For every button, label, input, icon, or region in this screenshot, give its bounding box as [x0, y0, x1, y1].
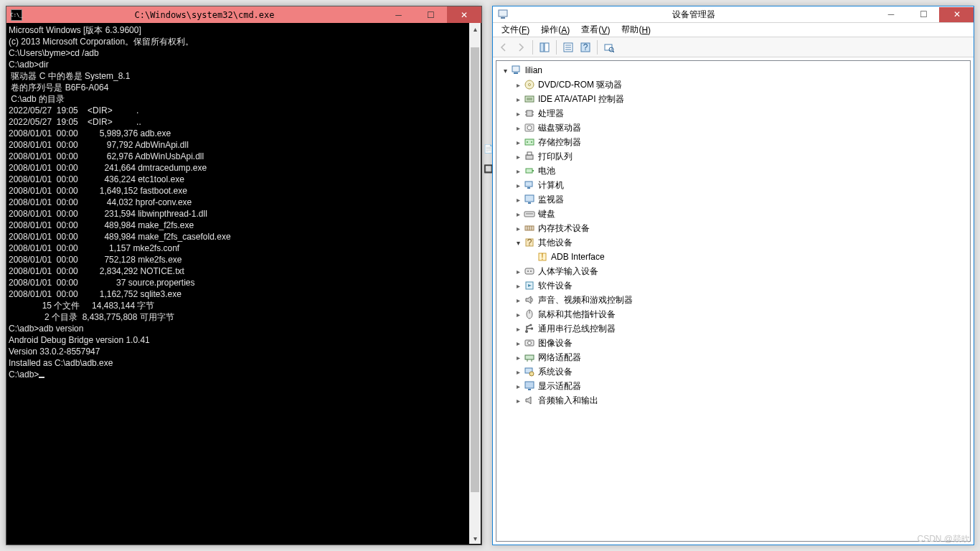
tree-twisty-closed[interactable]: ▸ [512, 95, 524, 103]
tree-label: 人体学输入设备 [538, 265, 598, 278]
svg-rect-20 [527, 110, 532, 116]
svg-text:?: ? [527, 237, 532, 248]
tree-row[interactable]: ▸打印队列 [496, 149, 970, 164]
tree-row[interactable]: ▸磁盘驱动器 [496, 121, 970, 135]
tree-row[interactable]: ▸软件设备 [496, 278, 970, 293]
tree-twisty-closed[interactable]: ▸ [512, 397, 524, 405]
toolbar-separator [597, 40, 598, 55]
tree-row[interactable]: ▸DVD/CD-ROM 驱动器 [496, 77, 970, 92]
tree-row[interactable]: ▸IDE ATA/ATAPI 控制器 [496, 92, 970, 106]
tree-row[interactable]: ▸显示适配器 [496, 379, 970, 393]
menu-v[interactable]: 查看(V) [575, 23, 616, 37]
tree-row[interactable]: ▸人体学输入设备 [496, 264, 970, 278]
tree-twisty-closed[interactable]: ▸ [512, 282, 524, 290]
tree-twisty-closed[interactable]: ▸ [512, 354, 524, 362]
cmd-titlebar[interactable]: C:\Windows\system32\cmd.exe ─ ☐ ✕ [6, 6, 481, 23]
menu-h[interactable]: 帮助(H) [616, 23, 656, 37]
computer-root-icon [511, 65, 522, 76]
cmd-line: 2008/01/01 00:00 5,989,376 adb.exe [9, 128, 481, 139]
cmd-line: 2008/01/01 00:00 231,594 libwinpthread-1… [9, 208, 481, 220]
tree-twisty-closed[interactable]: ▸ [512, 110, 524, 118]
tree-row[interactable]: ▸存储控制器 [496, 135, 970, 149]
cmd-scrollbar[interactable]: ▴ ▾ [469, 23, 481, 544]
device-tree[interactable]: ▾lilian▸DVD/CD-ROM 驱动器▸IDE ATA/ATAPI 控制器… [496, 60, 971, 542]
nav-back-button[interactable] [496, 39, 512, 55]
computer-icon [524, 179, 535, 191]
tree-twisty-closed[interactable]: ▸ [512, 167, 524, 175]
tree-twisty-closed[interactable]: ▸ [512, 325, 524, 333]
show-hide-tree-button[interactable] [537, 39, 552, 55]
tree-label: 显示适配器 [538, 380, 581, 392]
svg-rect-0 [499, 10, 507, 17]
tree-twisty-closed[interactable]: ▸ [512, 225, 524, 232]
dm-minimize-button[interactable]: ─ [875, 7, 907, 22]
tree-twisty-closed[interactable]: ▸ [512, 138, 524, 146]
disc-icon [524, 79, 535, 90]
properties-button[interactable] [560, 39, 576, 55]
tree-row[interactable]: ▸图像设备 [496, 336, 970, 350]
cmd-scroll-thumb[interactable] [471, 47, 479, 492]
keyboard-icon [524, 208, 535, 220]
tree-row[interactable]: ▸电池 [496, 164, 970, 178]
svg-rect-2 [540, 43, 544, 52]
tree-twisty-closed[interactable]: ▸ [512, 296, 524, 304]
menu-a[interactable]: 操作(A) [535, 23, 575, 37]
tree-twisty-closed[interactable]: ▸ [512, 382, 524, 390]
scan-hardware-button[interactable] [601, 39, 617, 55]
tree-label: DVD/CD-ROM 驱动器 [538, 79, 622, 91]
tree-label: 软件设备 [538, 280, 573, 292]
tree-twisty-closed[interactable]: ▸ [512, 339, 524, 347]
svg-rect-27 [525, 139, 534, 145]
tree-twisty-closed[interactable]: ▸ [512, 311, 524, 319]
cmd-scroll-track[interactable] [469, 34, 481, 532]
svg-rect-48 [525, 268, 534, 274]
tree-row[interactable]: ▸监视器 [496, 192, 970, 207]
tree-row[interactable]: ▸通用串行总线控制器 [496, 321, 970, 336]
tree-label: lilian [525, 65, 542, 75]
ide-icon [524, 93, 535, 105]
dm-maximize-button[interactable]: ☐ [907, 7, 939, 22]
tree-twisty-closed[interactable]: ▸ [512, 268, 524, 276]
cmd-output-area[interactable]: Microsoft Windows [版本 6.3.9600](c) 2013 … [7, 23, 481, 544]
tree-twisty-closed[interactable]: ▸ [512, 124, 524, 132]
tree-twisty-closed[interactable]: ▸ [512, 182, 524, 189]
cmd-line: 2022/05/27 19:05 <DIR> .. [9, 116, 481, 128]
tree-row[interactable]: ▸网络适配器 [496, 350, 970, 364]
tree-row[interactable]: ▾?其他设备 [496, 235, 970, 250]
tree-twisty-closed[interactable]: ▸ [512, 81, 524, 89]
tree-twisty-open[interactable]: ▾ [512, 239, 524, 247]
nav-forward-button[interactable] [513, 39, 529, 55]
tree-twisty-closed[interactable]: ▸ [512, 368, 524, 376]
tree-row[interactable]: ▸系统设备 [496, 364, 970, 379]
svg-text:?: ? [583, 42, 588, 52]
cpu-icon [524, 108, 535, 119]
dm-close-button[interactable]: ✕ [939, 7, 974, 22]
tree-row[interactable]: !ADB Interface [496, 250, 970, 264]
close-button[interactable]: ✕ [447, 6, 481, 23]
menu-f[interactable]: 文件(F) [496, 23, 535, 37]
tree-row[interactable]: ▾lilian [496, 63, 970, 77]
help-button[interactable]: ? [578, 39, 593, 55]
svg-rect-14 [514, 72, 518, 74]
svg-rect-3 [545, 43, 549, 52]
tree-twisty-closed[interactable]: ▸ [512, 196, 524, 204]
dm-titlebar[interactable]: 设备管理器 ─ ☐ ✕ [493, 6, 974, 23]
tree-row[interactable]: ▸内存技术设备 [496, 221, 970, 235]
svg-point-16 [529, 84, 531, 86]
tree-row[interactable]: ▸处理器 [496, 106, 970, 121]
memory-icon [524, 222, 535, 234]
tree-twisty-closed[interactable]: ▸ [512, 210, 524, 218]
tree-row[interactable]: ▸音频输入和输出 [496, 393, 970, 408]
cmd-line: 2008/01/01 00:00 97,792 AdbWinApi.dll [9, 139, 481, 151]
tree-row[interactable]: ▸计算机 [496, 178, 970, 192]
tree-twisty-open[interactable]: ▾ [499, 67, 511, 75]
scroll-down-icon[interactable]: ▾ [469, 532, 481, 544]
tree-row[interactable]: ▸鼠标和其他指针设备 [496, 307, 970, 321]
minimize-button[interactable]: ─ [382, 6, 415, 23]
scroll-up-icon[interactable]: ▴ [469, 23, 481, 34]
tree-row[interactable]: ▸声音、视频和游戏控制器 [496, 293, 970, 307]
maximize-button[interactable]: ☐ [415, 6, 447, 23]
svg-rect-36 [525, 195, 534, 202]
tree-twisty-closed[interactable]: ▸ [512, 153, 524, 161]
tree-row[interactable]: ▸键盘 [496, 207, 970, 221]
